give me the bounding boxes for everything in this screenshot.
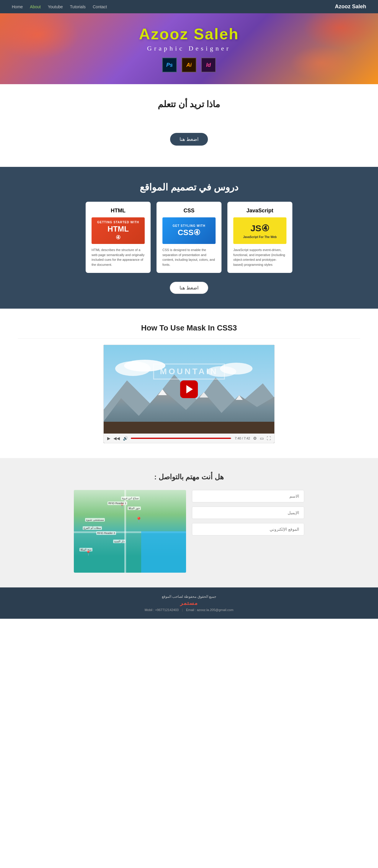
hero-title: Azooz Saleh: [139, 25, 239, 43]
nav-about[interactable]: About: [30, 4, 41, 9]
svg-point-4: [220, 363, 252, 374]
map-container: 📍 📍 📍 سباح ابن عروة جور المكلا مستشفى شب…: [74, 490, 186, 573]
card-css-image: GET STYLING WITH CSS④: [162, 217, 216, 244]
svg-rect-10: [104, 422, 274, 434]
volume-icon[interactable]: 🔊: [123, 436, 128, 441]
contact-heading: هل أنت مهتم بالتواصل :: [18, 473, 360, 481]
card-css-img-line2: CSS④: [173, 228, 206, 238]
contact-form: [192, 490, 304, 573]
card-js-desc: JavaScript supports event-driven, functi…: [233, 247, 286, 267]
nav-contact[interactable]: Contact: [93, 4, 107, 9]
video-heading: How To Use Mask In CSS3: [18, 323, 360, 333]
card-css-desc: CSS is designed to enable the separation…: [162, 247, 216, 267]
hero-section: Azooz Saleh Graphic Designer Ps Ai Id: [0, 13, 378, 84]
map-placeholder: 📍 📍 📍 سباح ابن عروة جور المكلا مستشفى شب…: [74, 490, 186, 573]
contact-grid: 📍 📍 📍 سباح ابن عروة جور المكلا مستشفى شب…: [74, 490, 304, 573]
webdesign-heading: دروس في تصميم المواقع: [18, 182, 360, 193]
card-html-image: GETTING STARTED WITH HTML④: [92, 217, 145, 244]
footer-mobile-label: Mobil :: [145, 608, 154, 612]
video-time: 7:40 / 7:42: [235, 436, 250, 440]
video-mountain-text: MOUNTAIN: [153, 364, 225, 379]
map-label-3: مستشفى شبوه: [85, 518, 105, 522]
map-label-4: محلات أم الفرع: [83, 526, 102, 530]
card-html-img-line2: HTML④: [97, 224, 139, 241]
tool-indesign: Id: [201, 58, 216, 72]
card-js: JavaScript JS④ JavaScript For The Web Ja…: [227, 202, 292, 273]
map-label-7: دار السيد: [113, 539, 126, 543]
cards-row: HTML GETTING STARTED WITH HTML④ HTML des…: [18, 202, 360, 273]
map-label-1: سباح ابن عروة: [121, 496, 140, 500]
hero-tools: Ps Ai Id: [162, 58, 216, 72]
skip-icon[interactable]: ◀◀: [114, 436, 120, 441]
tool-photoshop: Ps: [162, 58, 177, 72]
footer-divider: |: [182, 608, 183, 612]
nav-tutorials[interactable]: Tutorials: [70, 4, 86, 9]
settings-icon[interactable]: ⚙: [253, 436, 257, 441]
webdesign-button[interactable]: اضغط هنا: [170, 282, 208, 294]
card-html-img-line1: GETTING STARTED WITH: [97, 220, 139, 224]
card-js-title: JavaScript: [233, 208, 286, 214]
nav-home[interactable]: Home: [12, 4, 23, 9]
card-css: CSS GET STYLING WITH CSS④ CSS is designe…: [157, 202, 221, 273]
card-js-image: JS④ JavaScript For The Web: [233, 217, 286, 244]
card-css-img-line1: GET STYLING WITH: [173, 224, 206, 228]
name-input[interactable]: [192, 490, 304, 502]
navbar-nav: Home About Youtube Tutorials Contact: [12, 4, 107, 9]
fullscreen-icon[interactable]: ⛶: [267, 436, 271, 441]
map-pin-2: 📍: [135, 517, 142, 523]
footer-info: Mobil : +967712142403 | Email : azooz.la…: [6, 608, 372, 612]
footer-email: azooz.la.205@gmail.com: [197, 608, 233, 612]
navbar: Azooz Saleh Home About Youtube Tutorials…: [0, 0, 378, 13]
video-controls: ▶ ◀◀ 🔊 7:40 / 7:42 ⚙ ▭ ⛶: [104, 434, 274, 443]
card-html-desc: HTML describes the structure of a web pa…: [92, 247, 145, 267]
card-js-img-logo: JS④: [243, 222, 277, 234]
footer-email-label: Email :: [186, 608, 196, 612]
map-water: [141, 531, 186, 573]
nav-youtube[interactable]: Youtube: [48, 4, 63, 9]
footer-rights: جميع الحقوق محفوظة لصاحب الموقع: [6, 594, 372, 599]
hero-subtitle: Graphic Designer: [147, 44, 231, 52]
card-html: HTML GETTING STARTED WITH HTML④ HTML des…: [86, 202, 151, 273]
navbar-brand[interactable]: Azooz Saleh: [335, 4, 366, 10]
tool-illustrator: Ai: [182, 58, 196, 72]
contact-section: هل أنت مهتم بالتواصل : 📍 📍 📍 سباح ابن عر…: [0, 458, 378, 587]
learn-section: ماذا تريد أن تتعلم اضغط هنا: [0, 84, 378, 167]
learn-heading: ماذا تريد أن تتعلم: [12, 99, 366, 109]
map-label-5: RFID Reader 1: [107, 501, 127, 505]
video-wrapper: MOUNTAIN ▶ ◀◀ 🔊 7:40 / 7:42 ⚙ ▭ ⛶: [103, 345, 275, 443]
play-icon[interactable]: ▶: [107, 436, 111, 441]
card-css-title: CSS: [162, 208, 216, 214]
video-play-button[interactable]: [180, 380, 198, 398]
email-input[interactable]: [192, 506, 304, 519]
map-label-2: جور المكلا: [128, 506, 141, 510]
video-section: How To Use Mask In CSS3: [0, 309, 378, 458]
card-html-title: HTML: [92, 208, 145, 214]
website-input[interactable]: [192, 523, 304, 535]
learn-button[interactable]: اضغط هنا: [170, 133, 208, 146]
map-label-6: RFID Reader 3: [96, 531, 116, 535]
footer-mobile: +967712142403: [155, 608, 179, 612]
footer: جميع الحقوق محفوظة لصاحب الموقع مستمر Mo…: [0, 587, 378, 619]
footer-brand: مستمر: [6, 600, 372, 606]
theater-icon[interactable]: ▭: [260, 436, 264, 441]
map-label-8: منح المكلا: [80, 548, 92, 551]
progress-bar[interactable]: [131, 438, 232, 439]
card-js-img-line2: JavaScript For The Web: [243, 235, 277, 239]
webdesign-section: دروس في تصميم المواقع HTML GETTING START…: [0, 167, 378, 309]
video-thumbnail: MOUNTAIN: [104, 345, 274, 434]
progress-fill: [131, 438, 231, 439]
